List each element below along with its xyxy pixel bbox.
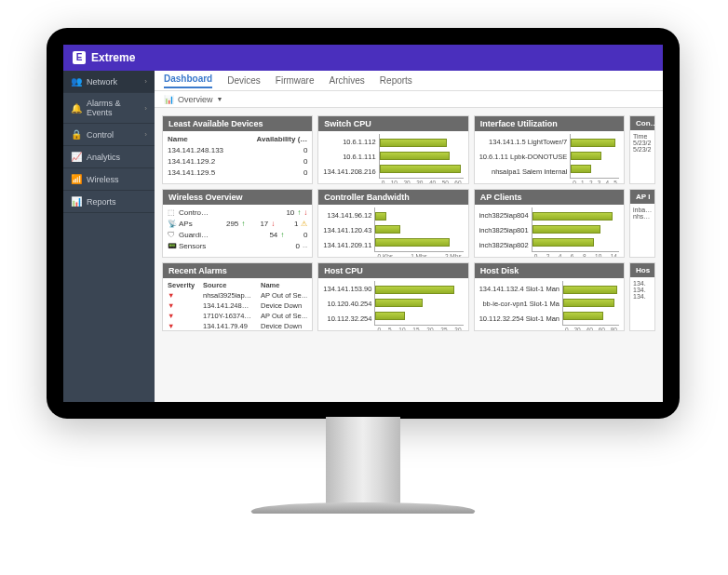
bar-chart: 134.141.96.12134.141.120.43134.141.209.1…: [323, 207, 463, 252]
card-recent-alarms[interactable]: Recent Alarms SeveritySourceName▼nhsal39…: [162, 262, 313, 331]
chart-bar: [571, 152, 601, 160]
severity-icon: ▼: [168, 312, 199, 321]
alarm-row[interactable]: ▼nhsal3925iap…AP Out of Se…: [168, 291, 307, 301]
alarm-row[interactable]: ▼134.141.248…Device Down: [168, 301, 307, 311]
sidebar-item-wireless[interactable]: 📶Wireless: [63, 168, 155, 191]
chart-bar: [380, 139, 447, 147]
dashboard-grid: Least Available Devices NameAvailability…: [155, 108, 663, 339]
bar-chart: 134.141.1.5 LightTower/710.6.1.11 Lpbk-D…: [479, 134, 619, 179]
tab-reports[interactable]: Reports: [380, 75, 412, 86]
chart-axis: 020406080: [563, 327, 619, 331]
chart-bar: [375, 225, 399, 234]
chart-axis: 0 Kbs1 Mbs2 Mbs: [375, 253, 463, 258]
card-switch-cpu[interactable]: Switch CPU 10.6.1.11210.6.1.111134.141.2…: [317, 115, 468, 184]
chart-bar: [380, 165, 461, 173]
chart-bar: [533, 225, 600, 234]
overview-dropdown[interactable]: 📊 Overview ▼: [155, 91, 663, 108]
tab-dashboard[interactable]: Dashboard: [164, 74, 212, 88]
chart-label: 10.6.1.112: [323, 138, 375, 146]
chart-bar: [375, 299, 422, 307]
card-edge-3[interactable]: Hos 134.134.134.: [629, 262, 655, 331]
chart-axis: 012345: [571, 180, 619, 184]
sidebar-item-reports[interactable]: 📊Reports: [63, 191, 155, 213]
tab-archives[interactable]: Archives: [329, 75, 364, 86]
sidebar-item-control[interactable]: 🔒Control›: [63, 124, 155, 146]
sidebar: 👥Network›🔔Alarms & Events›🔒Control›📈Anal…: [63, 71, 155, 402]
chart-bar: [375, 286, 454, 294]
sidebar-icon: 🔔: [71, 103, 81, 114]
device-icon: 📡: [168, 219, 176, 229]
sidebar-label: Reports: [87, 197, 116, 207]
down-icon: ↓: [271, 219, 275, 229]
overview-label: Overview: [178, 95, 213, 104]
sidebar-icon: 📊: [71, 196, 81, 207]
chart-label: 134.141.1.5 LightTower/7: [479, 138, 568, 146]
card-title: Switch CPU: [318, 116, 467, 131]
chart-bar: [533, 212, 613, 221]
chart-label: 10.120.40.254: [323, 300, 371, 308]
chevron-right-icon: ›: [144, 104, 147, 113]
card-title: Controller Bandwidth: [318, 190, 467, 205]
table-row[interactable]: 134.141.129.20: [168, 156, 307, 167]
sidebar-label: Wireless: [87, 175, 119, 184]
table-row[interactable]: 134.141.129.50: [168, 167, 307, 178]
up-icon: ↑: [280, 230, 284, 240]
card-interface-utilization[interactable]: Interface Utilization 134.141.1.5 LightT…: [474, 115, 625, 184]
card-controller-bandwidth[interactable]: Controller Bandwidth 134.141.96.12134.14…: [317, 189, 468, 258]
card-edge-2[interactable]: AP I inba…nhs…: [629, 189, 655, 258]
device-icon: ⬚: [168, 207, 176, 218]
brand-name: Extreme: [91, 51, 135, 64]
sidebar-label: Alarms & Events: [87, 99, 139, 117]
main-panel: DashboardDevicesFirmwareArchivesReports …: [155, 71, 663, 402]
chart-label: nhsaIpa1 Salem Internal: [479, 167, 568, 176]
sidebar-icon: 📶: [71, 174, 81, 184]
card-edge-1[interactable]: Con… Time5/23/25/23/2: [629, 115, 655, 184]
alarm-row[interactable]: ▼134.141.79.49Device Down: [168, 322, 307, 331]
card-ap-clients[interactable]: AP Clients inch3825iap804inch3825iap801i…: [474, 189, 625, 258]
bar-chart: 10.6.1.11210.6.1.111134.141.208.21601020…: [323, 134, 463, 179]
wireless-row[interactable]: 📟Sensors0--: [168, 241, 307, 251]
wireless-row[interactable]: ⬚Contro…10↑↓: [168, 207, 307, 218]
sidebar-label: Network: [87, 77, 117, 87]
chart-label: 10.6.1.11 Lpbk-DONOTUSE: [479, 153, 568, 161]
chart-label: 134.141.208.216: [323, 167, 375, 176]
down-icon: ↓: [303, 207, 307, 218]
bar-chart: inch3825iap804inch3825iap801inch3825iap8…: [479, 207, 619, 252]
chart-label: 134.141.153.90: [323, 285, 371, 293]
chart-axis: 0102030405060: [380, 180, 464, 184]
chart-axis: 051015202530: [375, 327, 463, 331]
wireless-row[interactable]: 🛡Guardi…54↑0: [168, 230, 307, 240]
tab-firmware[interactable]: Firmware: [276, 75, 315, 86]
card-wireless-overview[interactable]: Wireless Overview ⬚Contro…10↑↓📡APs295↑17…: [162, 189, 313, 258]
chart-bar: [375, 212, 385, 221]
card-title: Host CPU: [318, 263, 467, 278]
chart-bar: [380, 152, 450, 160]
card-least-available[interactable]: Least Available Devices NameAvailability…: [162, 115, 313, 184]
table-row[interactable]: 134.141.248.1330: [168, 145, 307, 155]
sidebar-item-network[interactable]: 👥Network›: [63, 71, 155, 93]
card-title: Host Disk: [475, 263, 624, 278]
card-title: AP Clients: [475, 190, 624, 205]
chart-label: 10.112.32.254: [323, 314, 371, 323]
sidebar-icon: 📈: [71, 152, 81, 162]
sidebar-item-analytics[interactable]: 📈Analytics: [63, 146, 155, 168]
severity-icon: ▼: [168, 322, 199, 331]
chart-icon: 📊: [164, 95, 174, 104]
alarm-row[interactable]: ▼1710Y-16374…AP Out of Se…: [168, 312, 307, 321]
chevron-right-icon: ›: [144, 77, 147, 86]
warn-icon: ⚠: [301, 219, 307, 229]
chart-bar: [563, 286, 618, 294]
wireless-row[interactable]: 📡APs295↑17↓1⚠: [168, 219, 307, 229]
sidebar-item-alarms-events[interactable]: 🔔Alarms & Events›: [63, 93, 155, 124]
chart-label: 134.141.120.43: [323, 226, 371, 234]
card-title: Recent Alarms: [163, 263, 312, 278]
card-title: Wireless Overview: [163, 190, 312, 205]
tab-devices[interactable]: Devices: [227, 75, 261, 86]
card-host-cpu[interactable]: Host CPU 134.141.153.9010.120.40.25410.1…: [317, 262, 468, 331]
chart-label: inch3825iap801: [479, 226, 529, 234]
chart-bar: [571, 139, 615, 147]
brand-logo: E: [73, 51, 86, 64]
chevron-right-icon: ›: [144, 130, 147, 139]
card-host-disk[interactable]: Host Disk 134.141.132.4 Slot-1 Manbb-ie-…: [474, 262, 625, 331]
chart-bar: [563, 312, 604, 320]
